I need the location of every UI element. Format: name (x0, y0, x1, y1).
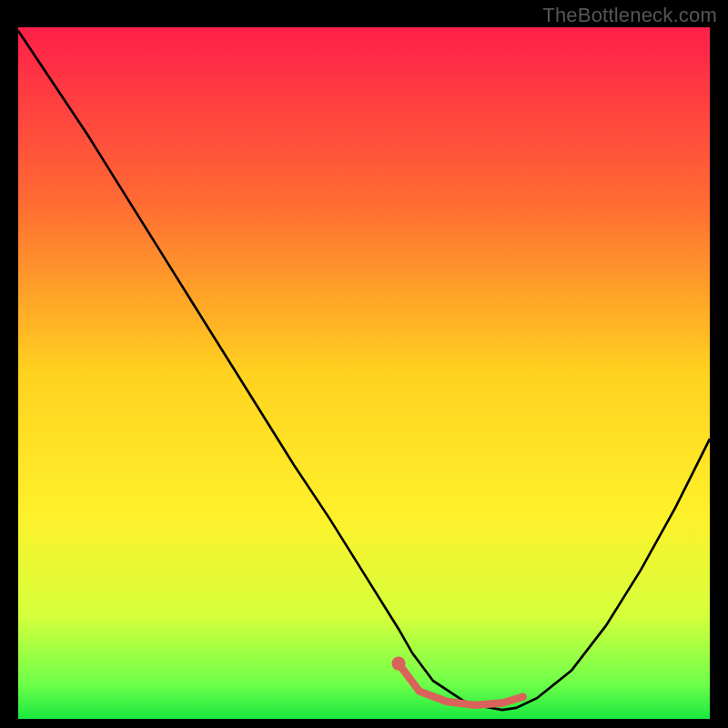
optimal-start-dot (391, 657, 405, 671)
chart-background (18, 27, 710, 719)
plot-area (18, 27, 710, 719)
chart-svg (18, 27, 710, 719)
watermark-text: TheBottleneck.com (542, 4, 717, 27)
chart-root: TheBottleneck.com (0, 0, 728, 728)
